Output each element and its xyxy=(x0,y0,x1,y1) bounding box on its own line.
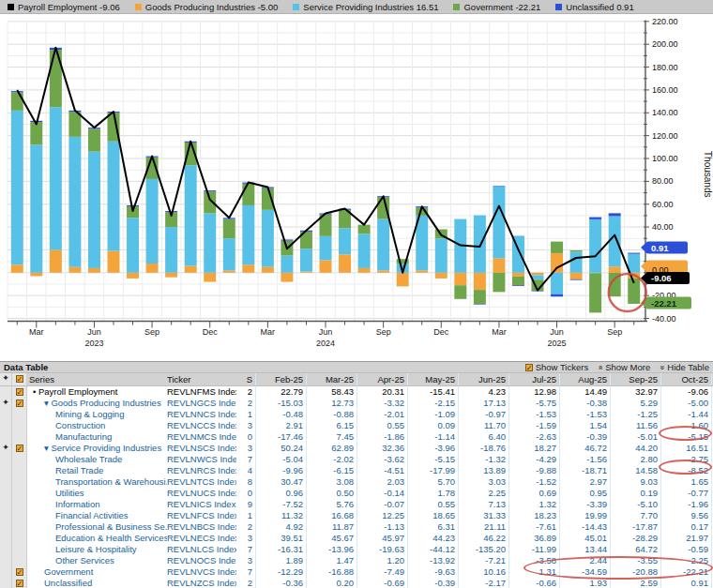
bar-segment[interactable] xyxy=(589,273,601,312)
row-checkbox[interactable]: ✓ xyxy=(12,386,27,398)
bar-segment[interactable] xyxy=(551,253,563,273)
bar-segment[interactable] xyxy=(570,279,583,280)
bar-segment[interactable] xyxy=(358,268,371,273)
row-checkbox[interactable]: ✓ xyxy=(12,566,27,578)
checkbox-icon[interactable]: ✓ xyxy=(16,388,23,396)
bar-segment[interactable] xyxy=(281,239,293,240)
series-name[interactable]: Retail Trade xyxy=(27,465,167,476)
bar-segment[interactable] xyxy=(108,142,120,251)
series-name[interactable]: • Payroll Employment xyxy=(27,386,167,398)
column-header-feb-25[interactable]: Feb-25 xyxy=(256,373,307,385)
row-diamond-icon[interactable]: ✦ xyxy=(0,398,12,409)
bar-segment[interactable] xyxy=(11,264,23,273)
bar-segment[interactable] xyxy=(242,264,254,273)
bar-segment[interactable] xyxy=(165,273,177,278)
legend-item-1[interactable]: Goods Producing Industries -5.00 xyxy=(135,2,279,12)
bar-segment[interactable] xyxy=(493,273,505,293)
bar-segment[interactable] xyxy=(512,277,524,285)
series-name[interactable]: ▾ Service Providing Industries xyxy=(27,443,167,454)
legend-item-2[interactable]: Service Providing Industries 16.51 xyxy=(293,2,438,12)
bar-segment[interactable] xyxy=(493,187,505,259)
bar-segment[interactable] xyxy=(11,111,23,264)
series-name[interactable]: Transportation & Warehousi.. xyxy=(27,476,167,488)
series-name[interactable]: Wholesale Trade xyxy=(27,454,167,465)
column-header-series[interactable]: Series xyxy=(27,373,167,385)
series-name[interactable]: Other Services xyxy=(27,555,167,566)
bar-segment[interactable] xyxy=(108,251,120,273)
bar-segment[interactable] xyxy=(512,273,524,277)
bar-segment[interactable] xyxy=(435,273,448,279)
series-name[interactable]: Utilities xyxy=(27,488,167,499)
bar-segment[interactable] xyxy=(30,122,42,144)
bar-segment[interactable] xyxy=(493,258,505,273)
bar-segment[interactable] xyxy=(50,249,62,272)
series-name[interactable]: Leisure & Hospitality xyxy=(27,544,167,555)
bar-segment[interactable] xyxy=(30,144,42,272)
series-name[interactable]: Financial Activities xyxy=(27,510,167,521)
bar-segment[interactable] xyxy=(551,294,563,297)
bar-segment[interactable] xyxy=(68,137,81,267)
bar-segment[interactable] xyxy=(609,217,621,267)
series-name[interactable]: Manufacturing xyxy=(27,431,167,443)
hide-table-button[interactable]: » Hide Table xyxy=(660,362,709,372)
bar-segment[interactable] xyxy=(339,254,351,272)
legend-item-3[interactable]: Government -22.21 xyxy=(453,2,540,12)
bar-segment[interactable] xyxy=(320,260,332,272)
show-more-button[interactable]: » Show More xyxy=(598,362,650,372)
bar-segment[interactable] xyxy=(300,249,312,271)
bar-segment[interactable] xyxy=(242,205,254,264)
bar-segment[interactable] xyxy=(397,273,409,287)
checkbox-icon[interactable]: ✓ xyxy=(16,580,23,587)
series-name[interactable]: Mining & Logging xyxy=(27,409,167,420)
legend-item-0[interactable]: Payroll Employment -9.06 xyxy=(8,2,120,12)
column-header-oct-25[interactable]: Oct-25 xyxy=(661,373,712,385)
bar-segment[interactable] xyxy=(262,210,274,267)
bar-segment[interactable] xyxy=(300,272,312,273)
column-header-ticker[interactable]: Ticker xyxy=(167,373,236,385)
checkbox-icon[interactable]: ✓ xyxy=(525,364,533,371)
series-name[interactable]: Education & Health Services xyxy=(27,533,167,544)
bar-segment[interactable] xyxy=(165,227,177,273)
show-tickers-button[interactable]: ✓ Show Tickers xyxy=(525,362,589,372)
bar-segment[interactable] xyxy=(454,273,466,285)
bar-segment[interactable] xyxy=(339,228,351,254)
column-header-aug-25[interactable]: Aug-25 xyxy=(560,373,611,385)
bar-segment[interactable] xyxy=(512,285,524,286)
bar-segment[interactable] xyxy=(358,225,371,234)
series-name[interactable]: Construction xyxy=(27,420,167,431)
bar-segment[interactable] xyxy=(223,238,235,270)
column-header-jun-25[interactable]: Jun-25 xyxy=(459,373,509,385)
bar-segment[interactable] xyxy=(493,186,505,187)
bar-segment[interactable] xyxy=(474,304,486,305)
column-header-s[interactable]: S xyxy=(236,373,256,385)
row-diamond-icon[interactable]: ✦ xyxy=(0,443,12,454)
bar-segment[interactable] xyxy=(281,273,293,282)
bar-segment[interactable] xyxy=(589,219,601,273)
bar-segment[interactable] xyxy=(570,273,583,279)
bar-segment[interactable] xyxy=(223,270,235,272)
bar-segment[interactable] xyxy=(242,184,254,205)
bar-segment[interactable] xyxy=(609,266,621,272)
sort-diamond-icon[interactable]: ✦ xyxy=(0,373,12,385)
checkbox-icon[interactable]: ✓ xyxy=(16,375,23,383)
bar-segment[interactable] xyxy=(127,218,139,272)
bar-segment[interactable] xyxy=(204,273,216,282)
bar-segment[interactable] xyxy=(435,238,448,273)
bar-segment[interactable] xyxy=(589,218,601,219)
checkbox-icon[interactable]: ✓ xyxy=(16,445,23,452)
bar-segment[interactable] xyxy=(68,267,81,273)
series-name[interactable]: Unclassified xyxy=(27,578,167,588)
bar-segment[interactable] xyxy=(185,165,197,265)
column-header-sep-25[interactable]: Sep-25 xyxy=(611,373,661,385)
bar-segment[interactable] xyxy=(204,213,216,272)
row-checkbox[interactable]: ✓ xyxy=(12,443,27,454)
bar-segment[interactable] xyxy=(628,253,640,254)
series-name[interactable]: Government xyxy=(27,566,167,578)
bar-segment[interactable] xyxy=(416,270,428,272)
bar-segment[interactable] xyxy=(204,190,216,191)
row-checkbox[interactable]: ✓ xyxy=(12,578,27,588)
bar-segment[interactable] xyxy=(223,219,235,239)
bar-segment[interactable] xyxy=(474,216,486,273)
column-header-jul-25[interactable]: Jul-25 xyxy=(509,373,560,385)
bar-segment[interactable] xyxy=(474,290,486,304)
